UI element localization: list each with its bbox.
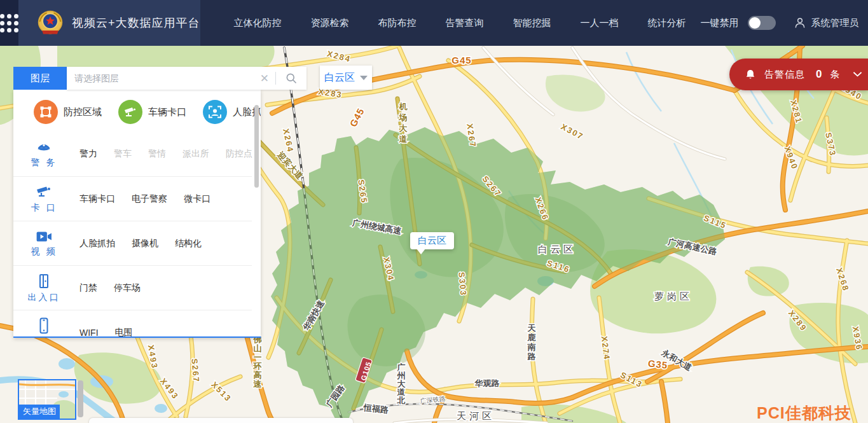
- user-menu[interactable]: 系统管理员: [794, 17, 859, 29]
- category-label: 卡 口: [31, 202, 57, 214]
- minimap-scrollbar[interactable]: [78, 380, 83, 417]
- nav-item-6[interactable]: 统计分析: [633, 0, 701, 46]
- layer-option-0-4: 防控点: [226, 148, 252, 160]
- category-row-4: 手 机WIFI电围: [13, 310, 252, 338]
- grid-menu-icon: [0, 14, 18, 32]
- district-selector-value: 白云区: [324, 71, 355, 85]
- area-icon: [34, 100, 58, 124]
- minimap[interactable]: 矢量地图: [18, 379, 76, 420]
- app-title: 视频云+大数据应用平台: [72, 15, 200, 31]
- nav-item-5[interactable]: 一人一档: [566, 0, 633, 46]
- user-icon: [794, 17, 806, 29]
- search-button[interactable]: [276, 72, 307, 85]
- category-label: 手 机: [31, 337, 57, 338]
- username: 系统管理员: [811, 17, 859, 29]
- category-items: 人脸抓拍摄像机结构化: [65, 238, 202, 249]
- layer-search-input[interactable]: [67, 73, 254, 83]
- door-icon: 出入口: [13, 273, 65, 303]
- checkpoint-camera-icon: 卡 口: [13, 184, 65, 214]
- vehicle-camera-icon: [118, 100, 142, 124]
- quick-layer-label: 车辆卡口: [148, 106, 186, 118]
- layer-option-0-0[interactable]: 警力: [79, 148, 97, 160]
- quick-layer-label: 防控区域: [64, 106, 102, 118]
- one-key-disable-label: 一键禁用: [701, 17, 739, 29]
- layer-panel-body: 防控区域车辆卡口人脸抓拍 警 务警力警车警情派出所防控点卡 口车辆卡口电子警察微…: [13, 90, 261, 338]
- one-key-disable-toggle[interactable]: [748, 16, 776, 30]
- layers-tab[interactable]: 图层: [13, 67, 67, 90]
- road-label: 佛山一环高速: [253, 335, 262, 389]
- quick-layer-1[interactable]: 车辆卡口: [118, 100, 186, 124]
- road-label: G45: [451, 55, 471, 66]
- app-grid-button[interactable]: [0, 0, 18, 46]
- layer-option-3-0[interactable]: 门禁: [79, 282, 97, 294]
- vendor-watermark: PCI佳都科技: [757, 403, 851, 423]
- category-items: 车辆卡口电子警察微卡口: [65, 193, 210, 205]
- category-row-0: 警 务警力警车警情派出所防控点: [13, 132, 252, 176]
- category-row-1: 卡 口车辆卡口电子警察微卡口: [13, 176, 252, 221]
- road-label: 华观路: [474, 378, 500, 388]
- search-icon: [285, 72, 298, 85]
- category-row-2: 视 频人脸抓拍摄像机结构化: [13, 221, 252, 265]
- alert-count: 0: [816, 68, 822, 81]
- district-tooltip[interactable]: 白云区: [410, 232, 454, 249]
- layer-option-2-1[interactable]: 摄像机: [132, 238, 158, 249]
- layer-option-4-1[interactable]: 电围: [115, 327, 133, 338]
- face-capture-icon: [203, 100, 227, 124]
- nav-item-2[interactable]: 布防布控: [364, 0, 431, 46]
- layer-option-0-1: 警车: [114, 148, 132, 160]
- alert-info-pill[interactable]: 告警信息 0 条: [729, 59, 868, 90]
- nav-item-4[interactable]: 智能挖掘: [499, 0, 566, 46]
- app-logo-box: 视频云+大数据应用平台: [18, 0, 200, 46]
- layer-option-4-0[interactable]: WIFI: [79, 328, 99, 338]
- road-label: 广州大道北: [397, 363, 406, 405]
- road-label: 天河区: [457, 410, 495, 421]
- panel-scrollbar[interactable]: [254, 105, 259, 188]
- road-label: G35: [647, 357, 668, 370]
- layer-option-1-0[interactable]: 车辆卡口: [79, 193, 115, 205]
- layer-option-1-1[interactable]: 电子警察: [132, 193, 167, 205]
- police-cap-icon: 警 务: [13, 139, 65, 169]
- category-items: WIFI电围: [65, 327, 133, 338]
- bell-icon: [745, 68, 756, 81]
- police-badge-logo: [36, 9, 64, 37]
- alert-chevron-icon[interactable]: [853, 71, 862, 78]
- toggle-knob: [749, 17, 761, 29]
- road-label: 天鹿南路: [527, 323, 537, 361]
- hidden-bottom-panel: [89, 418, 353, 423]
- chevron-down-icon: [360, 76, 368, 80]
- phone-icon: 手 机: [13, 317, 65, 338]
- top-navbar: 视频云+大数据应用平台 立体化防控资源检索布防布控告警查询智能挖掘一人一档统计分…: [0, 0, 868, 46]
- quick-layer-0[interactable]: 防控区域: [34, 100, 102, 124]
- nav-item-1[interactable]: 资源检索: [296, 0, 364, 46]
- video-icon: 视 频: [13, 230, 65, 258]
- layer-categories: 警 务警力警车警情派出所防控点卡 口车辆卡口电子警察微卡口视 频人脸抓拍摄像机结…: [13, 132, 261, 338]
- layer-option-2-0[interactable]: 人脸抓拍: [79, 238, 115, 249]
- alert-label: 告警信息: [764, 69, 805, 81]
- minimap-label: 矢量地图: [19, 405, 60, 419]
- layer-option-3-1[interactable]: 停车场: [114, 282, 141, 294]
- district-selector[interactable]: 白云区: [320, 66, 372, 90]
- layer-option-2-2[interactable]: 结构化: [175, 238, 202, 249]
- main-nav-menu: 立体化防控资源检索布防布控告警查询智能挖掘一人一档统计分析: [219, 0, 701, 46]
- category-label: 视 频: [31, 246, 57, 258]
- road-label: 白云区: [538, 244, 576, 254]
- nav-item-0[interactable]: 立体化防控: [219, 0, 296, 46]
- layer-option-1-2[interactable]: 微卡口: [184, 193, 210, 205]
- layer-option-0-2: 警情: [148, 148, 166, 160]
- road-label: 萝岗区: [654, 291, 692, 302]
- category-items: 门禁停车场: [65, 282, 141, 294]
- category-label: 出入口: [28, 292, 60, 303]
- nav-item-3[interactable]: 告警查询: [431, 0, 499, 46]
- category-row-3: 出入口门禁停车场: [13, 265, 252, 310]
- category-items: 警力警车警情派出所防控点: [65, 148, 252, 160]
- alert-unit: 条: [830, 69, 839, 81]
- quick-layer-2[interactable]: 人脸抓拍: [203, 100, 261, 124]
- layer-search-box: ✕: [67, 67, 307, 90]
- clear-search-icon[interactable]: ✕: [254, 72, 275, 85]
- layer-option-0-3: 派出所: [183, 148, 209, 160]
- app-window: X284X283X283X264X267X266X307S267S265X304…: [0, 0, 868, 423]
- category-label: 警 务: [31, 157, 57, 169]
- navbar-right-controls: 一键禁用 系统管理员: [701, 0, 868, 46]
- quick-layers-row: 防控区域车辆卡口人脸抓拍: [13, 90, 261, 132]
